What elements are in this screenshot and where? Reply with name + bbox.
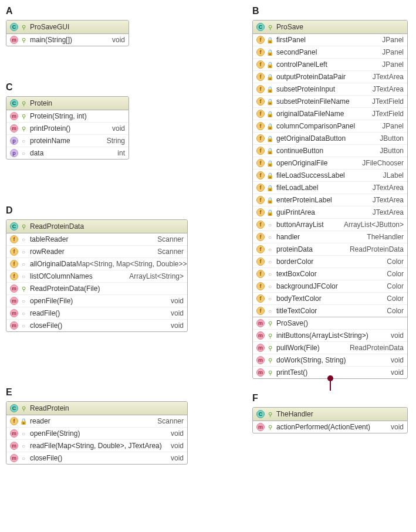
section-label-B: B — [252, 6, 408, 12]
section-B: B C ⚲ ProSave f🔒firstPanelJPanelf🔒second… — [252, 6, 408, 12]
section-A: A C ⚲ ProSaveGUI m ⚲ main(String[]) void — [6, 6, 188, 12]
section-label-A: A — [6, 6, 188, 12]
